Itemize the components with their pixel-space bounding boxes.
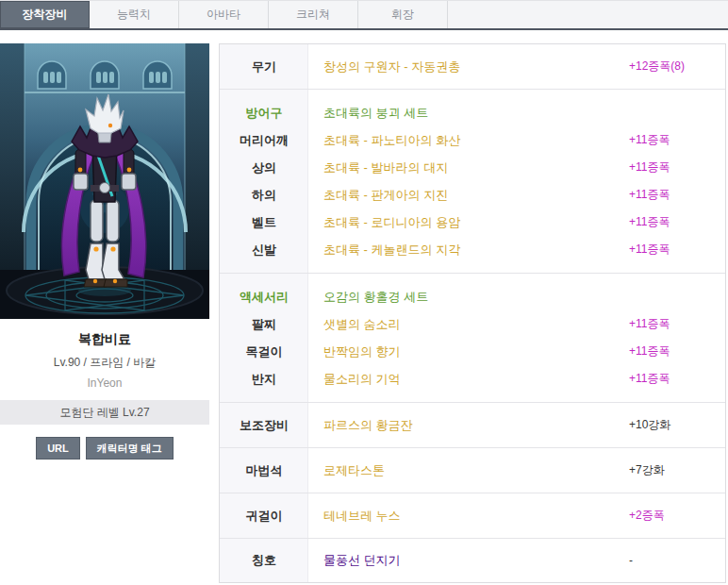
character-name: 복합비료 — [0, 331, 209, 348]
equipment-section: 귀걸이테네브레 누스+2증폭 — [220, 493, 725, 539]
slot-label: 팔찌 — [220, 310, 308, 338]
item-name[interactable]: 로제타스톤 — [308, 462, 629, 479]
item-name[interactable]: 초대륙 - 파노티아의 화산 — [308, 132, 629, 149]
slot-label: 신발 — [220, 236, 308, 263]
enhance-value: +11증폭 — [629, 132, 725, 148]
slot-label: 반지 — [220, 365, 308, 393]
enhance-value: +11증폭 — [629, 316, 725, 332]
slot-label: 무기 — [220, 44, 308, 89]
equipment-table: 무기창성의 구원자 - 자동권총+12증폭(8)방어구초대륙의 붕괴 세트머리어… — [219, 43, 726, 583]
slot-label: 귀걸이 — [220, 493, 308, 538]
adventure-level-bar: 모험단 레벨 Lv.27 — [0, 400, 209, 425]
item-name[interactable]: 파르스의 황금잔 — [308, 417, 629, 434]
equipment-section: 방어구초대륙의 붕괴 세트머리어깨초대륙 - 파노티아의 화산+11증폭상의초대… — [220, 90, 725, 274]
character-panel: 복합비료 Lv.90 / 프라임 / 바칼 InYeon 모험단 레벨 Lv.2… — [0, 43, 209, 460]
item-name[interactable]: 초대륙의 붕괴 세트 — [308, 105, 629, 122]
tab-avatar[interactable]: 아바타 — [179, 1, 269, 28]
equipment-row: 액세서리오감의 황홀경 세트 — [220, 283, 725, 310]
slot-label: 칭호 — [220, 539, 308, 582]
item-name[interactable]: 초대륙 - 발바라의 대지 — [308, 159, 629, 176]
item-name[interactable]: 오감의 황홀경 세트 — [308, 289, 629, 306]
enhance-value: +12증폭(8) — [629, 58, 725, 75]
enhance-value: +7강화 — [629, 462, 725, 478]
slot-label: 방어구 — [220, 99, 308, 126]
slot-label: 보조장비 — [220, 403, 308, 447]
character-tag-button[interactable]: 캐릭터명 태그 — [86, 437, 174, 460]
item-name[interactable]: 초대륙 - 판게아의 지진 — [308, 187, 629, 204]
item-name[interactable]: 반짝임의 향기 — [308, 343, 629, 360]
slot-label: 마법석 — [220, 448, 308, 493]
slot-label: 액세서리 — [220, 283, 308, 310]
equipment-row: 팔찌샛별의 숨소리+11증폭 — [220, 310, 725, 338]
item-name[interactable]: 물소리의 기억 — [308, 371, 629, 388]
equipment-row: 귀걸이테네브레 누스+2증폭 — [220, 493, 725, 538]
slot-label: 목걸이 — [220, 338, 308, 365]
character-portrait — [0, 43, 209, 319]
item-name[interactable]: 창성의 구원자 - 자동권총 — [308, 58, 629, 75]
account-name: InYeon — [0, 376, 209, 390]
slot-label: 상의 — [220, 154, 308, 181]
tab-emblem[interactable]: 휘장 — [358, 1, 448, 28]
equipment-section: 액세서리오감의 황홀경 세트팔찌샛별의 숨소리+11증폭목걸이반짝임의 향기+1… — [220, 274, 725, 403]
equipment-row: 무기창성의 구원자 - 자동권총+12증폭(8) — [220, 44, 725, 89]
item-name[interactable]: 초대륙 - 로디니아의 용암 — [308, 214, 629, 231]
tab-stats[interactable]: 능력치 — [90, 1, 179, 28]
character-level-server: Lv.90 / 프라임 / 바칼 — [0, 355, 209, 371]
equipment-section: 칭호물풍선 던지기- — [220, 539, 725, 582]
equipment-row: 하의초대륙 - 판게아의 지진+11증폭 — [220, 181, 725, 209]
character-equipment-page: 장착장비능력치아바타크리쳐휘장 — [0, 0, 728, 585]
enhance-value: +10강화 — [629, 417, 725, 433]
item-name[interactable]: 초대륙 - 케놀랜드의 지각 — [308, 242, 629, 259]
slot-label: 하의 — [220, 181, 308, 209]
equipment-row: 벨트초대륙 - 로디니아의 용암+11증폭 — [220, 209, 725, 236]
enhance-value: +11증폭 — [629, 187, 725, 203]
url-button[interactable]: URL — [36, 437, 80, 460]
enhance-value: - — [629, 554, 725, 567]
tab-bar: 장착장비능력치아바타크리쳐휘장 — [0, 0, 728, 30]
item-name[interactable]: 테네브레 누스 — [308, 508, 629, 525]
equipment-row: 목걸이반짝임의 향기+11증폭 — [220, 338, 725, 365]
equipment-row: 반지물소리의 기억+11증폭 — [220, 365, 725, 393]
equipment-row: 상의초대륙 - 발바라의 대지+11증폭 — [220, 154, 725, 181]
enhance-value: +11증폭 — [629, 242, 725, 258]
equipment-row: 신발초대륙 - 케놀랜드의 지각+11증폭 — [220, 236, 725, 263]
equipment-section: 무기창성의 구원자 - 자동권총+12증폭(8) — [220, 44, 725, 90]
enhance-value: +2증폭 — [629, 508, 725, 524]
slot-label: 머리어깨 — [220, 126, 308, 154]
equipment-row: 마법석로제타스톤+7강화 — [220, 448, 725, 493]
equipment-row: 보조장비파르스의 황금잔+10강화 — [220, 403, 725, 447]
equipment-section: 보조장비파르스의 황금잔+10강화 — [220, 403, 725, 448]
tab-creature[interactable]: 크리쳐 — [269, 1, 358, 28]
item-name[interactable]: 샛별의 숨소리 — [308, 316, 629, 333]
equipment-row: 칭호물풍선 던지기- — [220, 539, 725, 582]
adventure-level-label: 모험단 레벨 Lv.27 — [59, 405, 149, 421]
item-name[interactable]: 물풍선 던지기 — [308, 552, 629, 569]
equipment-row: 머리어깨초대륙 - 파노티아의 화산+11증폭 — [220, 126, 725, 154]
equipment-section: 마법석로제타스톤+7강화 — [220, 448, 725, 493]
button-row: URL 캐릭터명 태그 — [0, 437, 209, 460]
slot-label: 벨트 — [220, 209, 308, 236]
tab-equipment[interactable]: 장착장비 — [0, 1, 90, 28]
enhance-value: +11증폭 — [629, 214, 725, 230]
equipment-row: 방어구초대륙의 붕괴 세트 — [220, 99, 725, 126]
enhance-value: +11증폭 — [629, 343, 725, 359]
enhance-value: +11증폭 — [629, 371, 725, 387]
enhance-value: +11증폭 — [629, 159, 725, 176]
